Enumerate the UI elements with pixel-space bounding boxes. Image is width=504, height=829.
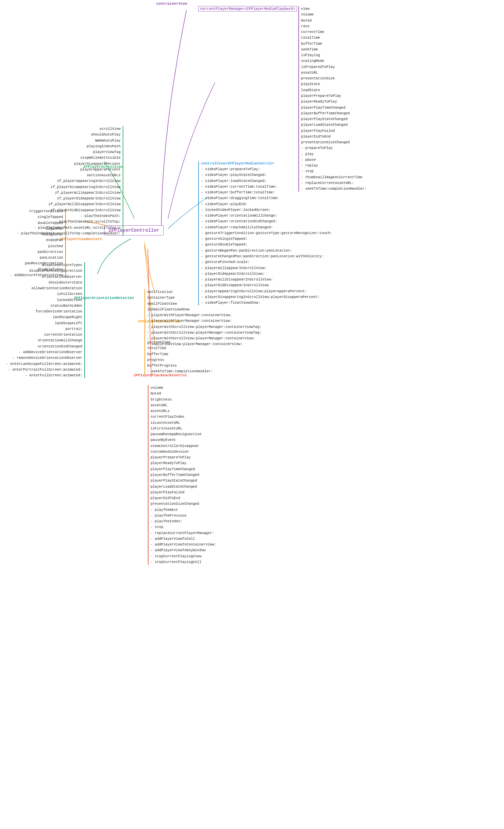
prop-rate: rate xyxy=(301,24,366,29)
cv-prop-5: - videoPlayer:bufferTime:totalTime: xyxy=(201,190,332,195)
or-m5: - enterFullScreen:animated: xyxy=(6,373,82,378)
fm-issmall: isSmallFloatViewShow xyxy=(147,307,261,312)
prop-presentsizechanged: presentationSizeChanged xyxy=(301,140,366,145)
cv-prop-10: - videoPlayer:orientationDidChanged: xyxy=(201,219,332,224)
sv-disappera: playerDisapperaPercent xyxy=(17,161,121,167)
pb-m5: - replaceCurrentPlayerManager: xyxy=(151,530,216,536)
prop-playerplaystate: playerPlayStateChanged xyxy=(301,116,366,122)
or-willchange: orientationWillChange xyxy=(6,338,82,343)
playback-props: volume muted brightness assetURL assetUR… xyxy=(151,385,216,565)
pb-m1: - playTheNext xyxy=(151,507,216,512)
time-control-node: currentTime totalTime bufferTime progres… xyxy=(145,340,213,374)
playback-control-node: volume muted brightness assetURL assetUR… xyxy=(148,385,216,565)
or-landscape: landScapeRight xyxy=(6,315,82,320)
prop-view: view xyxy=(301,6,366,11)
control-view-label: controlView<ZFPlayerMediaControl> xyxy=(201,161,332,166)
or-m1: - addDeviceOrientationObserver xyxy=(6,350,82,355)
sv-stopwhile: stopWhileNotVisible xyxy=(17,155,121,160)
sv-zf5: zf_playerWillDisappearInScrollView xyxy=(17,202,121,207)
cv-prop-19: - playerDidAppearInScrollView: xyxy=(201,271,332,277)
prop-playerloadstate: playerLoadStateChanged xyxy=(301,122,366,128)
tc-progress: progress xyxy=(147,357,213,363)
or-didchange: orientationDidChanged xyxy=(6,344,82,349)
prop-playerdidtoend: playerDidToEnd xyxy=(301,134,366,139)
pb-m10: - stopCurrentPlayingCell xyxy=(151,559,216,565)
pb-m9: - stopCurrentPlayingView xyxy=(151,553,216,559)
fm-m2: - playerWithPlayerManager:containerView: xyxy=(147,318,261,324)
prop-muted: muted xyxy=(301,18,366,23)
pb-customaudio: customAudioSession xyxy=(151,449,216,454)
prop-playerplayfailed: playerPlayFailed xyxy=(301,128,366,134)
or-statusbar: statusBarHidden xyxy=(6,303,82,309)
prop-volume: volume xyxy=(301,12,366,17)
cv-prop-6: - videoPlayer:draggingTime:totalTime: xyxy=(201,195,332,201)
sv-playindex: playingIndexPath xyxy=(17,144,121,149)
prop-ispreparedtoplay: isPreparedToPlay xyxy=(301,64,366,70)
cv-prop-20: - playerWillDisappearInScrollView: xyxy=(201,277,332,282)
or-force: forceDeviceOrientation xyxy=(6,309,82,314)
cv-prop-13: - gestureSingleTapped: xyxy=(201,236,332,242)
sv-wwan: WWANAutoPlay xyxy=(17,138,121,143)
control-view-node: controlView<ZFPlayerMediaControl> - vide… xyxy=(198,161,332,305)
cv-prop-12: - gestureTriggerCondition:gestureType:ge… xyxy=(201,230,332,236)
prop-playerprepareto: playerPrepareToPlay xyxy=(301,93,366,99)
cv-prop-11: - videoPlayer:reachabilityChanged: xyxy=(201,225,332,230)
orientation-props: disableGestureTypes disablePanMovingDire… xyxy=(6,262,82,378)
gc-changed: changedPan xyxy=(10,232,63,237)
prop-presentationsize: presentationSize xyxy=(301,76,366,81)
cv-prop-9: - videoPlayer:orientationWillChange: xyxy=(201,213,332,218)
pb-pbtc: playerBufferTimeChanged xyxy=(151,472,216,477)
fm-m4: - playerWithScrollView:playerManager:con… xyxy=(147,330,261,335)
tc-current: currentTime xyxy=(147,340,213,345)
pb-pause-app: pauseWhenAppResignActive xyxy=(151,431,216,437)
sv-zf2: zf_playerDisappearingInScrollView xyxy=(17,184,121,190)
cv-prop-14: - gestureDoubleTapped: xyxy=(201,242,332,247)
sv-scrollview: scrollView xyxy=(17,126,121,132)
diagram-container: ZFPlayerController contrainerView curren… xyxy=(0,0,504,829)
sv-playertag: playerViewTag xyxy=(17,149,121,155)
method-preparetoplay: - prepareToPlay xyxy=(301,145,366,151)
gc-began: beganPan xyxy=(10,226,63,231)
pb-pp: playerPrepareToPlay xyxy=(151,455,216,460)
cv-prop-18: - playerWillAppearInScrollView: xyxy=(201,265,332,271)
tc-bufferprogress: bufferProgress xyxy=(147,363,213,368)
pb-volume: volume xyxy=(151,385,216,391)
or-observer: orientationObserver xyxy=(6,274,82,280)
sv-shouldauto: shouldAutoPlay xyxy=(17,132,121,137)
pb-pauseevent: pauseByEvent xyxy=(151,437,216,442)
cv-prop-21: - playerDidDisappearInScrollView xyxy=(201,283,332,288)
pb-pr: playerReadyToPlay xyxy=(151,460,216,466)
prop-seektime: seekTime xyxy=(301,47,366,52)
prop-asseturl: assetURL xyxy=(301,70,366,75)
gc-pandir: panDirection xyxy=(10,249,63,255)
fm-notif: notification xyxy=(147,289,261,295)
fm-m1: - playerWithPlayerManager:containerView: xyxy=(147,313,261,318)
prop-buffertime: bufferTime xyxy=(301,41,366,46)
container-view-node: contrainerView xyxy=(156,2,187,6)
pb-asseturls: assetURLs xyxy=(151,408,216,414)
orientation-rotation-node: disableGestureTypes disablePanMovingDire… xyxy=(6,262,85,378)
pb-pptc: playerPlayTimeChanged xyxy=(151,466,216,472)
time-control-props: currentTime totalTime bufferTime progres… xyxy=(147,340,213,374)
pb-m6: - addPlayerViewToCell xyxy=(151,536,216,541)
pb-vcdisappear: viewControllerDisappear xyxy=(151,443,216,448)
pb-isfirst: isFirstAssetURL xyxy=(151,426,216,431)
prop-playerreadyto: playerReadyToPlay xyxy=(301,99,366,104)
cv-prop-8: - lockedVideoPlayer:lockedScreen: xyxy=(201,207,332,213)
or-disablepan: disablePanMovingDirection xyxy=(6,268,82,274)
pb-islast: isLastAssetURL xyxy=(151,420,216,425)
pb-currentindex: currentPlayIndex xyxy=(151,414,216,419)
prop-loadstate: loadState xyxy=(301,87,366,93)
fm-m3: - playerWithScrollView:playerManager:con… xyxy=(147,324,261,330)
or-locked: lockedScreen xyxy=(6,297,82,303)
cv-prop-17: - gesturePinched:scale: xyxy=(201,259,332,265)
gesture-class-label: ZFPlayerViewGesture xyxy=(60,237,102,241)
gc-pinched: pinched xyxy=(10,244,63,249)
pb-m7: - addPlayerViewToContainerView: xyxy=(151,542,216,547)
prop-totaltime: totalTime xyxy=(301,35,366,40)
or-autorotate: shouldAutorotate xyxy=(6,280,82,285)
playback-class-label: ZFPlayerPlackbackControl xyxy=(134,373,187,377)
pb-asseturl: assetURL xyxy=(151,403,216,408)
sv-appera: playerApperaPercent xyxy=(17,167,121,172)
or-disable: disableGestureTypes xyxy=(6,262,82,268)
